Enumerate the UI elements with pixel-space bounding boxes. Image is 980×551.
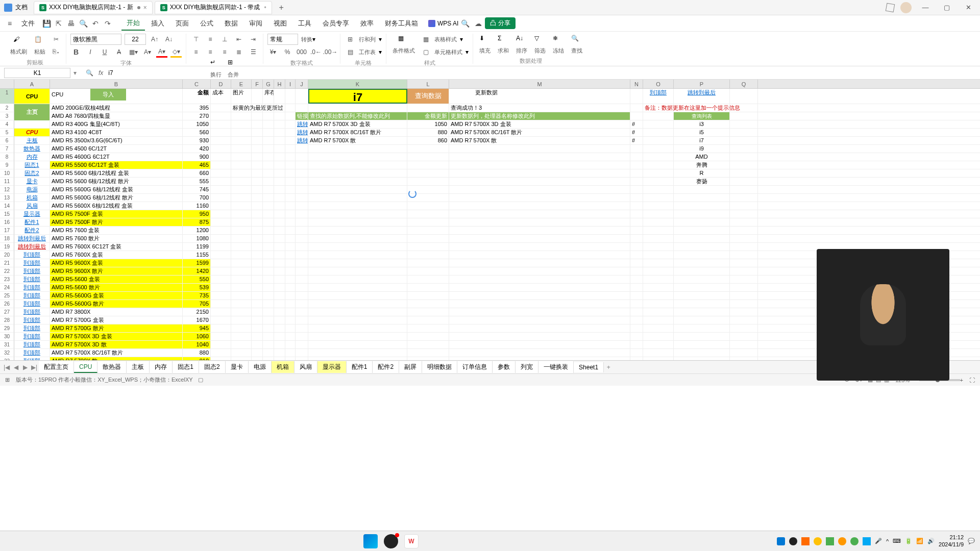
cpu-name[interactable]: AMD R5 9600X 盒装 (50, 259, 183, 267)
amount-update-header[interactable]: 金额更新 (407, 112, 449, 120)
menu-data[interactable]: 数据 (219, 17, 243, 30)
menu-view[interactable]: 视图 (268, 17, 292, 30)
row-header-9[interactable]: 9 (0, 161, 14, 169)
col-header-j[interactable]: J (296, 80, 308, 88)
sheet-acc1[interactable]: 配件1 (347, 361, 373, 373)
clock[interactable]: 21:12 2024/11/9 (939, 534, 964, 547)
col-header-a[interactable]: A (14, 80, 50, 88)
cpu-name[interactable]: AMD R5 7600X 盒装 (50, 251, 183, 259)
sheet-acc2[interactable]: 配件2 (373, 361, 399, 373)
filter-button[interactable]: ▽筛选 (532, 34, 548, 56)
sidebar-to-top[interactable]: 到顶部 (14, 316, 50, 324)
sidebar-to-last[interactable]: 跳转到最后 (14, 243, 50, 251)
col-header-g[interactable]: G (263, 80, 274, 88)
tab-2[interactable]: S XXX DIY电脑旗舰店同款-1 - 带成 • (155, 1, 272, 14)
decrease-decimal-icon[interactable]: .0← (310, 46, 322, 58)
underline-button[interactable]: U (99, 46, 110, 58)
cpu-price[interactable]: 880 (183, 349, 211, 357)
cpu-price[interactable]: 745 (183, 186, 211, 193)
cpu-price[interactable]: 1420 (183, 267, 211, 275)
cpu-name[interactable]: AMD R5 7600 散片 (50, 235, 183, 242)
remark[interactable]: 备注：数据更新在这里加一个提示信息 (643, 104, 674, 112)
cpu-price[interactable]: 1200 (183, 227, 211, 234)
hamburger-icon[interactable]: ≡ (4, 19, 15, 28)
col-header-k[interactable]: K (308, 80, 407, 88)
minimize-button[interactable]: — (918, 4, 933, 11)
cpu-name[interactable]: AMD R5 9600X 散片 (50, 267, 183, 275)
row-col-button[interactable]: 行和列 (359, 36, 376, 43)
sheet-ssd2[interactable]: 固态2 (199, 361, 226, 373)
sheet-psu[interactable]: 电源 (249, 361, 272, 373)
search-cell[interactable]: i7 (308, 89, 407, 104)
sidebar-cooler[interactable]: 散热器 (14, 145, 50, 153)
cpu-price[interactable]: 539 (183, 284, 211, 291)
cpu-name[interactable]: AMD R5-5600 散片 (50, 284, 183, 291)
close-button[interactable]: ✕ (961, 4, 976, 11)
preview-icon[interactable]: 🔍 (78, 19, 89, 28)
sidebar-mobo[interactable]: 主板 (14, 137, 50, 144)
cpu-price[interactable]: 950 (183, 210, 211, 218)
menu-insert[interactable]: 插入 (146, 17, 169, 30)
sort-button[interactable]: A↓排序 (514, 34, 529, 56)
cpu-price[interactable]: 1670 (183, 316, 211, 324)
tray-icon-8[interactable] (863, 537, 871, 545)
filter-item[interactable]: i3 (674, 120, 730, 128)
result-name2[interactable]: AMD R7 5700X 3D 盒装 (449, 120, 630, 128)
result-name2[interactable]: AMD R7 5700X 散 (449, 137, 630, 144)
result-name[interactable]: AMD R7 5700X 散 (308, 137, 407, 144)
tray-icon-3[interactable] (801, 537, 810, 545)
jump-link[interactable]: 跳转 (296, 137, 308, 144)
sheet-last-icon[interactable]: ▶| (30, 364, 39, 371)
cpu-price[interactable]: 705 (183, 300, 211, 308)
row-header-19[interactable]: 19 (0, 243, 14, 251)
to-top-link[interactable]: 到顶部 (643, 89, 674, 104)
col-header-i[interactable]: I (285, 80, 296, 88)
filter-item[interactable]: i5 (674, 129, 730, 136)
cpu-name[interactable]: AMD R5-5600G 盒装 (50, 292, 183, 299)
maximize-button[interactable]: ▢ (939, 4, 954, 11)
cpu-name[interactable]: AMD R7 5700X 3D 盒装 (50, 333, 183, 340)
cpu-price[interactable]: 465 (183, 161, 211, 169)
menu-page[interactable]: 页面 (170, 17, 194, 30)
formula-content[interactable]: i7 (108, 69, 113, 77)
filter-item[interactable]: AMD (674, 153, 730, 161)
fill-color-button[interactable]: ◇▾ (170, 46, 182, 58)
tray-volume-icon[interactable]: 🔊 (927, 538, 935, 544)
row-header-15[interactable]: 15 (0, 210, 14, 218)
row-header-31[interactable]: 31 (0, 341, 14, 349)
cpu-name[interactable]: AMD R5 7600X 6C12T 盒装 (50, 243, 183, 251)
cpu-price[interactable]: 1599 (183, 259, 211, 267)
fx-icon[interactable]: fx (99, 69, 103, 77)
sheet-ssd1[interactable]: 固态1 (173, 361, 199, 373)
cpu-name[interactable]: AMD R5 5600 6核/12线程 散片 (50, 178, 183, 185)
cpu-price[interactable]: 930 (183, 137, 211, 144)
tray-mic-icon[interactable]: 🎤 (875, 538, 882, 544)
freeze-button[interactable]: ❄冻结 (551, 34, 566, 56)
tab-1[interactable]: S XXX DIY电脑旗舰店同款-1 - 新 × (34, 1, 153, 14)
wrap-button[interactable]: ↵换行 (208, 58, 224, 80)
sheet-gpu[interactable]: 显卡 (226, 361, 249, 373)
sidebar-cpu[interactable]: CPU (14, 129, 50, 136)
col-header-n[interactable]: N (630, 80, 643, 88)
col-header-l[interactable]: L (407, 80, 449, 88)
sidebar-to-top[interactable]: 到顶部 (14, 333, 50, 340)
bold-button[interactable]: B (70, 46, 82, 58)
sheet-detail[interactable]: 明细数据 (422, 361, 457, 373)
name-box[interactable] (4, 68, 70, 78)
cpu-name[interactable]: AMD R3 4100 4C8T (50, 129, 183, 136)
avatar[interactable] (900, 2, 912, 13)
sheet-fan[interactable]: 风扇 (295, 361, 317, 373)
cpu-name[interactable]: AMD R7 5700G 散片 (50, 324, 183, 332)
cpu-price[interactable]: 420 (183, 145, 211, 153)
sidebar-to-top[interactable]: 到顶部 (14, 267, 50, 275)
align-middle-icon[interactable]: ≡ (205, 34, 216, 45)
increase-font-icon[interactable]: A↑ (149, 34, 160, 45)
sheet-first-icon[interactable]: |◀ (2, 364, 11, 371)
distribute-icon[interactable]: ☰ (248, 46, 259, 58)
cpu-price[interactable]: 700 (183, 194, 211, 202)
row-header-20[interactable]: 20 (0, 251, 14, 259)
merge-button[interactable]: ⊞合并 (226, 58, 241, 80)
result-name[interactable]: AMD R7 5700X 3D 盒装 (308, 120, 407, 128)
increase-decimal-icon[interactable]: .00→ (325, 46, 336, 58)
row-header-8[interactable]: 8 (0, 153, 14, 161)
